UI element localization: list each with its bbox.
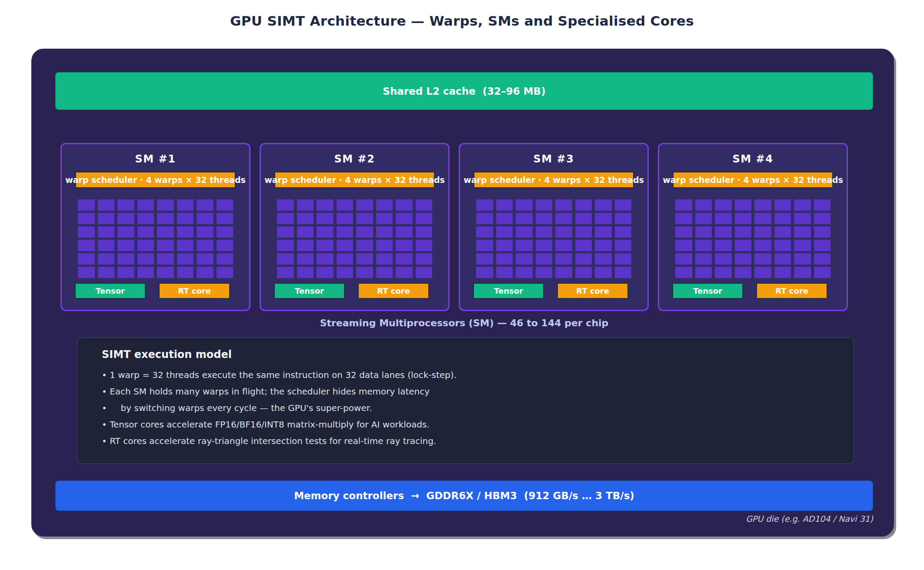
core-cell bbox=[98, 226, 115, 238]
core-cell bbox=[337, 213, 354, 224]
warp-scheduler-bar: warp scheduler · 4 warps × 32 threads bbox=[673, 172, 833, 188]
page-title: GPU SIMT Architecture — Warps, SMs and S… bbox=[0, 0, 924, 29]
core-cell bbox=[754, 253, 771, 265]
core-cell bbox=[117, 253, 134, 265]
core-cell bbox=[177, 213, 194, 224]
core-cell bbox=[337, 199, 354, 211]
core-cell bbox=[754, 199, 771, 211]
core-cell bbox=[774, 226, 791, 238]
core-cell bbox=[516, 240, 533, 251]
core-cell bbox=[297, 267, 314, 278]
core-cell bbox=[774, 199, 791, 211]
core-cell bbox=[137, 240, 154, 251]
core-cell bbox=[98, 267, 115, 278]
core-cell bbox=[416, 240, 433, 251]
core-cell bbox=[496, 199, 513, 211]
core-cell bbox=[356, 267, 373, 278]
core-button-row: Tensor RT core bbox=[473, 283, 647, 299]
core-cell bbox=[794, 213, 811, 224]
core-cell bbox=[217, 240, 234, 251]
sm-title: SM #3 bbox=[460, 153, 647, 165]
core-cell bbox=[78, 267, 95, 278]
core-grid bbox=[675, 199, 831, 278]
core-cell bbox=[396, 226, 413, 238]
core-cell bbox=[536, 213, 553, 224]
core-cell bbox=[197, 199, 213, 211]
core-grid bbox=[277, 199, 432, 278]
core-cell bbox=[137, 199, 154, 211]
core-cell bbox=[277, 213, 294, 224]
core-cell bbox=[177, 199, 194, 211]
core-cell bbox=[297, 240, 314, 251]
rt-core-label: RT core bbox=[358, 283, 429, 299]
core-cell bbox=[396, 199, 413, 211]
core-cell bbox=[675, 213, 692, 224]
core-cell bbox=[536, 226, 553, 238]
core-cell bbox=[595, 240, 612, 251]
l2-cache-bar: Shared L2 cache (32–96 MB) bbox=[55, 72, 873, 110]
core-cell bbox=[715, 199, 732, 211]
core-cell bbox=[814, 226, 831, 238]
core-cell bbox=[615, 240, 632, 251]
core-cell bbox=[695, 213, 712, 224]
core-cell bbox=[814, 213, 831, 224]
core-cell bbox=[695, 199, 712, 211]
core-cell bbox=[217, 253, 234, 265]
core-cell bbox=[575, 213, 592, 224]
core-cell bbox=[317, 199, 334, 211]
core-cell bbox=[615, 199, 632, 211]
core-cell bbox=[117, 267, 134, 278]
core-cell bbox=[496, 240, 513, 251]
core-cell bbox=[317, 240, 334, 251]
warp-scheduler-bar: warp scheduler · 4 warps × 32 threads bbox=[274, 172, 435, 188]
core-cell bbox=[117, 199, 134, 211]
core-cell bbox=[217, 213, 234, 224]
core-cell bbox=[476, 226, 493, 238]
core-cell bbox=[177, 240, 194, 251]
core-cell bbox=[98, 199, 115, 211]
core-cell bbox=[396, 240, 413, 251]
die-note: GPU die (e.g. AD104 / Navi 31) bbox=[55, 514, 873, 524]
core-cell bbox=[476, 253, 493, 265]
core-cell bbox=[137, 213, 154, 224]
core-cell bbox=[774, 240, 791, 251]
sm-title: SM #2 bbox=[261, 153, 448, 165]
core-cell bbox=[715, 226, 732, 238]
sm-box: SM #3 warp scheduler · 4 warps × 32 thre… bbox=[459, 143, 649, 311]
core-cell bbox=[476, 213, 493, 224]
core-cell bbox=[516, 267, 533, 278]
core-cell bbox=[754, 267, 771, 278]
core-cell bbox=[735, 240, 752, 251]
core-cell bbox=[376, 213, 393, 224]
core-cell bbox=[695, 226, 712, 238]
core-cell bbox=[675, 253, 692, 265]
core-cell bbox=[356, 199, 373, 211]
simt-bullets: • 1 warp = 32 threads execute the same i… bbox=[102, 367, 836, 449]
core-cell bbox=[277, 240, 294, 251]
core-cell bbox=[177, 267, 194, 278]
core-cell bbox=[516, 226, 533, 238]
core-cell bbox=[496, 267, 513, 278]
core-cell bbox=[575, 253, 592, 265]
core-cell bbox=[754, 240, 771, 251]
core-cell bbox=[356, 240, 373, 251]
core-cell bbox=[137, 267, 154, 278]
core-cell bbox=[157, 253, 174, 265]
core-cell bbox=[277, 253, 294, 265]
core-cell bbox=[117, 240, 134, 251]
core-cell bbox=[774, 267, 791, 278]
core-cell bbox=[794, 226, 811, 238]
core-cell bbox=[675, 267, 692, 278]
simt-bullet: • 1 warp = 32 threads execute the same i… bbox=[102, 367, 836, 383]
core-cell bbox=[516, 253, 533, 265]
core-cell bbox=[416, 267, 433, 278]
core-cell bbox=[814, 240, 831, 251]
core-cell bbox=[794, 240, 811, 251]
core-cell bbox=[416, 226, 433, 238]
core-button-row: Tensor RT core bbox=[274, 283, 448, 299]
warp-scheduler-bar: warp scheduler · 4 warps × 32 threads bbox=[75, 172, 236, 188]
core-cell bbox=[137, 226, 154, 238]
core-cell bbox=[675, 226, 692, 238]
core-cell bbox=[715, 267, 732, 278]
core-cell bbox=[695, 253, 712, 265]
